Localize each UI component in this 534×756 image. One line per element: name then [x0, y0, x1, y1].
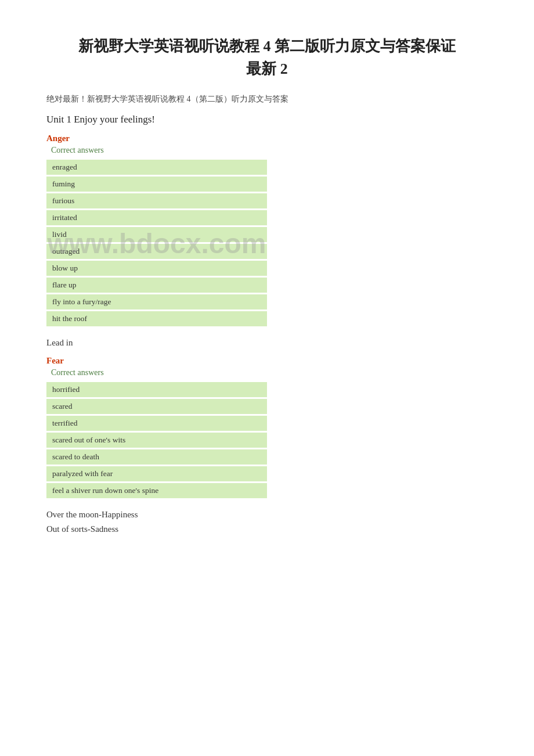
list-item: scared	[46, 399, 267, 414]
page-title: 新视野大学英语视听说教程 4 第二版听力原文与答案保证 最新 2	[46, 35, 488, 80]
list-item: scared out of one's wits	[46, 433, 267, 448]
list-item: feel a shiver run down one's spine	[46, 483, 267, 498]
list-item: paralyzed with fear	[46, 466, 267, 481]
extra-line-1: Over the moon-Happiness	[46, 510, 488, 520]
list-item: blow up	[46, 261, 267, 276]
list-item: fuming	[46, 177, 267, 192]
list-item: outraged	[46, 244, 267, 259]
fear-label: Fear	[46, 356, 488, 366]
lead-in-text: Lead in	[46, 338, 488, 348]
page-container: 新视野大学英语视听说教程 4 第二版听力原文与答案保证 最新 2 绝对最新！新视…	[46, 35, 488, 534]
list-item: fly into a fury/rage	[46, 294, 267, 309]
extra-line-2: Out of sorts-Sadness	[46, 524, 488, 534]
anger-correct-answers-label: Correct answers	[51, 146, 488, 155]
list-item: flare up	[46, 278, 267, 293]
list-item: scared to death	[46, 449, 267, 465]
anger-label: Anger	[46, 134, 488, 143]
anger-answer-list: www.bdocx.com enraged fuming furious irr…	[46, 160, 267, 326]
list-item: livid	[46, 227, 267, 242]
anger-section: Anger Correct answers www.bdocx.com enra…	[46, 134, 488, 326]
list-item: irritated	[46, 210, 267, 225]
fear-answer-list: horrified scared terrified scared out of…	[46, 382, 267, 498]
unit-title: Unit 1 Enjoy your feelings!	[46, 114, 488, 125]
subtitle: 绝对最新！新视野大学英语视听说教程 4（第二版）听力原文与答案	[46, 94, 488, 105]
fear-correct-answers-label: Correct answers	[51, 368, 488, 377]
list-item: enraged	[46, 160, 267, 175]
fear-section: Fear Correct answers horrified scared te…	[46, 356, 488, 498]
list-item: furious	[46, 193, 267, 208]
list-item: hit the roof	[46, 311, 267, 326]
list-item: horrified	[46, 382, 267, 397]
list-item: terrified	[46, 416, 267, 431]
